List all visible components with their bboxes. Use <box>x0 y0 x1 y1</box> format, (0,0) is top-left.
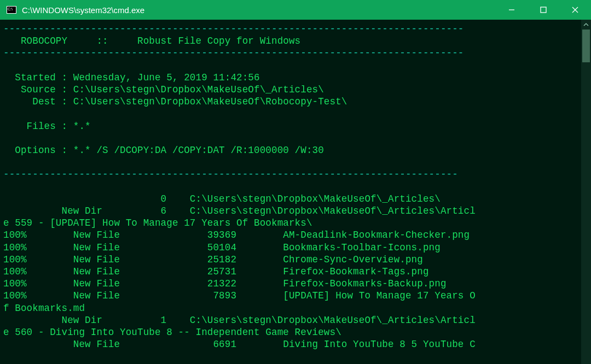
close-icon <box>572 7 578 13</box>
close-button[interactable] <box>559 0 591 20</box>
output-line: 100% New File 25182 Chrome-Sync-Overview… <box>3 254 423 265</box>
window-title: C:\WINDOWS\system32\cmd.exe <box>22 5 496 15</box>
separator: ----------------------------------------… <box>3 48 464 58</box>
svg-rect-1 <box>541 7 546 13</box>
output-line: 0 C:\Users\stegn\Dropbox\MakeUseOf\_Arti… <box>3 193 441 204</box>
scroll-up-arrow[interactable] <box>581 20 591 30</box>
output-line: 100% New File 21322 Firefox-Bookmarks-Ba… <box>3 278 447 289</box>
options-line: Options : *.* /S /DCOPY:DA /COPY:DAT /R:… <box>3 145 324 156</box>
titlebar[interactable]: C:\WINDOWS\system32\cmd.exe <box>0 0 591 20</box>
scroll-thumb[interactable] <box>582 30 590 62</box>
output-line: 100% New File 50104 Bookmarks-Toolbar-Ic… <box>3 242 441 253</box>
output-line: New File 6691 Diving Into YouTube 8 5 Yo… <box>3 339 476 350</box>
output-line: 100% New File 7893 [UPDATE] How To Manag… <box>3 290 476 301</box>
output-line: New Dir 1 C:\Users\stegn\Dropbox\MakeUse… <box>3 315 476 326</box>
source-line: Source : C:\Users\stegn\Dropbox\MakeUseO… <box>3 84 324 95</box>
separator: ----------------------------------------… <box>3 24 464 34</box>
separator: ----------------------------------------… <box>3 169 458 180</box>
cmd-icon <box>7 6 16 14</box>
terminal-output[interactable]: ----------------------------------------… <box>0 20 581 364</box>
output-line: e 559 - [UPDATE] How To Manage 17 Years … <box>3 218 312 228</box>
maximize-icon <box>540 7 547 13</box>
output-line: f Bookmarks.md <box>3 303 85 314</box>
output-line: New Dir 6 C:\Users\stegn\Dropbox\MakeUse… <box>3 206 476 216</box>
dest-line: Dest : C:\Users\stegn\Dropbox\MakeUseOf\… <box>3 96 347 107</box>
maximize-button[interactable] <box>528 0 559 20</box>
chevron-up-icon <box>583 22 589 27</box>
window-controls <box>496 0 591 20</box>
output-line: 100% New File 25731 Firefox-Bookmark-Tag… <box>3 266 429 277</box>
scrollbar[interactable] <box>581 20 591 364</box>
robocopy-header: ROBOCOPY :: Robust File Copy for Windows <box>3 36 300 46</box>
cmd-window: C:\WINDOWS\system32\cmd.exe ------------… <box>0 0 591 364</box>
terminal-area: ----------------------------------------… <box>0 20 591 364</box>
minimize-icon <box>508 7 515 13</box>
minimize-button[interactable] <box>496 0 528 20</box>
output-line: 100% New File 39369 AM-Deadlink-Bookmark… <box>3 230 470 240</box>
started-line: Started : Wednesday, June 5, 2019 11:42:… <box>3 72 260 83</box>
files-line: Files : *.* <box>3 121 91 132</box>
output-line: e 560 - Diving Into YouTube 8 -- Indepen… <box>3 327 341 338</box>
